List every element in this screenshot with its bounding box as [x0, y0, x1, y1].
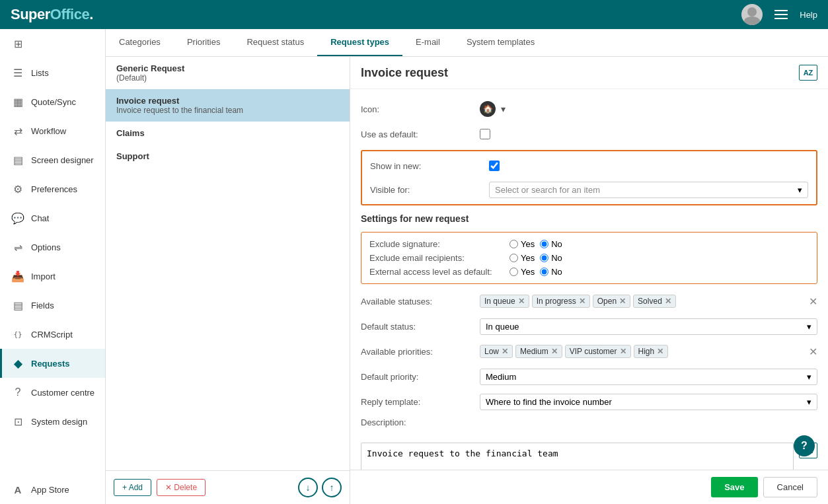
sidebar-label-app-store: App Store — [31, 485, 69, 495]
sidebar-item-customer-centre[interactable]: ? Customer centre — [0, 378, 105, 407]
title-input[interactable] — [361, 66, 794, 80]
exclude-signature-no[interactable]: No — [540, 239, 562, 249]
logo: SuperOffice. — [11, 6, 93, 23]
exclude-signature-yes[interactable]: Yes — [509, 239, 535, 249]
top-header: SuperOffice. Help — [0, 0, 828, 29]
available-statuses-label: Available statuses: — [361, 297, 480, 306]
show-in-new-checkbox[interactable] — [489, 161, 500, 171]
content-area: Categories Priorities Request status Req… — [106, 29, 828, 504]
options-icon: ⇌ — [11, 240, 24, 254]
move-up-button[interactable]: ↑ — [322, 478, 342, 497]
collapse-icon: ⊞ — [11, 37, 24, 50]
left-panel-footer: + Add ✕ Delete ↓ ↑ — [106, 470, 350, 504]
reply-template-select[interactable]: Where to find the invoice number ▾ — [480, 394, 817, 410]
remove-solved[interactable]: ✕ — [665, 297, 671, 306]
statuses-chips: In queue ✕ In progress ✕ Open ✕ Solved ✕ — [480, 295, 801, 308]
sidebar-item-preferences[interactable]: ⚙ Preferences — [0, 174, 105, 203]
save-button[interactable]: Save — [711, 477, 757, 497]
tab-request-types[interactable]: Request types — [317, 29, 402, 56]
remove-medium[interactable]: ✕ — [551, 347, 558, 356]
icon-badge[interactable]: 🏠 — [480, 101, 496, 117]
use-as-default-label: Use as default: — [361, 129, 480, 139]
default-status-select[interactable]: In queue ▾ — [480, 318, 817, 335]
available-statuses-row: Available statuses: In queue ✕ In progre… — [361, 292, 817, 310]
list-item-support[interactable]: Support — [106, 145, 350, 168]
sidebar-label-system-design: System design — [31, 417, 87, 427]
available-statuses-value: In queue ✕ In progress ✕ Open ✕ Solved ✕… — [480, 295, 817, 308]
sidebar-item-collapse[interactable]: ⊞ — [0, 29, 105, 58]
remove-in-progress[interactable]: ✕ — [579, 297, 585, 306]
external-access-row: External access level as default: Yes No — [369, 267, 809, 277]
sidebar-item-quote-sync[interactable]: ▦ Quote/Sync — [0, 87, 105, 116]
tab-priorities[interactable]: Priorities — [174, 29, 234, 56]
user-avatar[interactable] — [741, 4, 763, 25]
remove-vip[interactable]: ✕ — [620, 347, 626, 356]
arrow-buttons: ↓ ↑ — [298, 478, 342, 497]
sidebar-item-fields[interactable]: ▤ Fields — [0, 291, 105, 320]
default-status-text: In queue — [486, 322, 519, 332]
sidebar-label-import: Import — [31, 271, 56, 281]
sidebar-item-workflow[interactable]: ⇄ Workflow — [0, 116, 105, 145]
help-bubble[interactable]: ? — [794, 435, 815, 456]
sidebar-label-fields: Fields — [31, 301, 54, 310]
icon-value: 🏠 ▾ — [480, 101, 817, 117]
right-panel-footer: Save Cancel — [350, 470, 828, 504]
external-access-no[interactable]: No — [540, 267, 562, 277]
external-access-yes[interactable]: Yes — [509, 267, 535, 277]
sidebar-item-lists[interactable]: ☰ Lists — [0, 58, 105, 87]
remove-low[interactable]: ✕ — [502, 347, 508, 356]
statuses-close[interactable]: ✕ — [809, 295, 817, 308]
priorities-close[interactable]: ✕ — [809, 345, 817, 358]
visible-for-select[interactable]: Select or search for an item ▾ — [489, 182, 808, 198]
list-item-invoice-request[interactable]: Invoice request Invoice request to the f… — [106, 89, 350, 122]
default-status-arrow: ▾ — [807, 322, 811, 332]
show-in-new-value — [489, 161, 808, 171]
delete-button[interactable]: ✕ Delete — [157, 479, 206, 496]
sidebar-item-system-design[interactable]: ⊡ System design — [0, 407, 105, 436]
icon-dropdown-arrow[interactable]: ▾ — [501, 104, 506, 114]
sidebar-item-requests[interactable]: ◆ Requests — [0, 349, 105, 378]
cancel-button[interactable]: Cancel — [763, 477, 817, 497]
description-textarea[interactable]: Invoice request to the financial team — [361, 443, 794, 470]
remove-high[interactable]: ✕ — [657, 347, 663, 356]
tab-categories[interactable]: Categories — [106, 29, 174, 56]
use-as-default-checkbox[interactable] — [480, 129, 490, 139]
settings-box: Exclude signature: Yes No — [361, 232, 817, 284]
sidebar-item-crmscript[interactable]: {} CRMScript — [0, 320, 105, 349]
exclude-signature-options: Yes No — [509, 239, 562, 249]
sidebar-item-app-store[interactable]: A App Store — [0, 475, 105, 504]
tab-request-status[interactable]: Request status — [233, 29, 317, 56]
remove-open[interactable]: ✕ — [619, 297, 626, 306]
list-item-claims[interactable]: Claims — [106, 122, 350, 145]
list-scroll[interactable]: Generic Request (Default) Invoice reques… — [106, 57, 350, 470]
exclude-email-yes[interactable]: Yes — [509, 253, 535, 263]
move-down-button[interactable]: ↓ — [298, 478, 318, 497]
sidebar-item-import[interactable]: 📥 Import — [0, 262, 105, 291]
default-status-value: In queue ▾ — [480, 318, 817, 335]
sidebar-label-lists: Lists — [31, 68, 49, 78]
remove-in-queue[interactable]: ✕ — [518, 297, 525, 306]
sidebar-item-options[interactable]: ⇌ Options — [0, 233, 105, 262]
available-priorities-value: Low ✕ Medium ✕ VIP customer ✕ High ✕ ✕ — [480, 345, 817, 358]
az-button[interactable]: AZ — [799, 65, 817, 81]
icon-row: Icon: 🏠 ▾ — [361, 100, 817, 118]
right-panel-header: AZ — [350, 57, 828, 89]
tab-email[interactable]: E-mail — [402, 29, 453, 56]
reply-template-value: Where to find the invoice number ▾ — [480, 394, 817, 410]
sidebar-item-screen-designer[interactable]: ▤ Screen designer — [0, 145, 105, 174]
sidebar-item-chat[interactable]: 💬 Chat — [0, 203, 105, 233]
default-priority-select[interactable]: Medium ▾ — [480, 369, 817, 385]
menu-icon[interactable] — [771, 4, 792, 25]
exclude-email-no[interactable]: No — [540, 253, 562, 263]
right-panel-scroll[interactable]: Icon: 🏠 ▾ Use as default: — [350, 89, 828, 470]
add-button[interactable]: + Add — [114, 479, 151, 496]
list-item-title: Support — [116, 151, 339, 161]
list-item-title: Claims — [116, 128, 339, 138]
default-priority-text: Medium — [486, 372, 516, 382]
tab-system-templates[interactable]: System templates — [453, 29, 548, 56]
list-item-generic-request[interactable]: Generic Request (Default) — [106, 57, 350, 89]
exclude-email-row: Exclude email recipients: Yes No — [369, 253, 809, 263]
screen-designer-icon: ▤ — [11, 153, 24, 166]
requests-icon: ◆ — [11, 357, 24, 370]
help-label[interactable]: Help — [800, 10, 817, 20]
